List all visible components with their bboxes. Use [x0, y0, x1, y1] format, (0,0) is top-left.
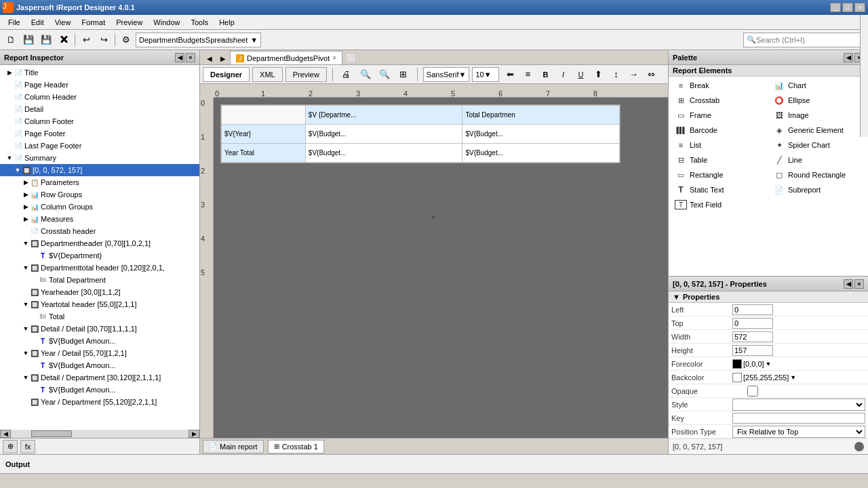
menu-view[interactable]: View: [50, 17, 77, 28]
tree-item-total-dept[interactable]: lbl Total Department: [0, 274, 199, 286]
prev-tab-btn[interactable]: ◀: [203, 52, 216, 64]
distribute-btn[interactable]: ⇔: [643, 66, 659, 83]
prop-value-style[interactable]: [732, 399, 865, 411]
prop-input-height[interactable]: [732, 345, 773, 356]
window-controls[interactable]: _ □ ×: [830, 3, 865, 12]
palette-scrollbar[interactable]: [860, 15, 868, 137]
new-button[interactable]: 🗋: [3, 32, 19, 48]
opaque-checkbox[interactable]: [732, 386, 773, 396]
palette-item-subreport[interactable]: 📄 Subreport: [768, 182, 867, 197]
tree-toggle-yt[interactable]: ▼: [22, 300, 30, 308]
tree-item-dept-total[interactable]: ▼ 🔲 Departmenttotal header [0,120][2,0,1…: [0, 262, 199, 274]
tree-item-budget2[interactable]: T $V{Budget Amoun...: [0, 359, 199, 371]
connection-dropdown[interactable]: DepartmentBudgetsSpreadsheet ▼: [136, 33, 261, 47]
close-button[interactable]: 🗙: [56, 32, 72, 48]
tree-item-parameters[interactable]: ▶ 📋 Parameters: [0, 176, 199, 188]
palette-item-ellipse[interactable]: ⭕ Ellipse: [768, 93, 867, 108]
palette-item-generic[interactable]: ◈ Generic Element: [768, 123, 867, 138]
tree-toggle-dd[interactable]: ▼: [22, 325, 30, 333]
tree-item-column-footer[interactable]: 📄 Column Footer: [0, 115, 199, 127]
save-button[interactable]: 💾: [20, 32, 37, 48]
scroll-right-btn[interactable]: ▶: [189, 430, 199, 438]
underline-btn[interactable]: U: [572, 66, 589, 83]
valign-mid-btn[interactable]: ↕: [608, 66, 624, 83]
forecolor-picker-btn[interactable]: ▼: [766, 361, 772, 367]
prop-value-forecolor[interactable]: [0,0,0] ▼: [732, 359, 865, 369]
prop-value-position-type[interactable]: Fix Relative to Top Float Fix Relative t…: [732, 426, 865, 438]
tree-item-det-dept[interactable]: ▼ 🔲 Detail / Department [30,120][2,1,1,1…: [0, 371, 199, 384]
prop-value-top[interactable]: [732, 318, 865, 329]
tree-item-page-header[interactable]: 📄 Page Header: [0, 79, 199, 91]
maximize-button[interactable]: □: [842, 3, 853, 12]
prop-value-height[interactable]: [732, 345, 865, 356]
scrollbar-thumb[interactable]: [31, 430, 72, 437]
scroll-left-btn[interactable]: ◀: [0, 430, 11, 438]
report-cell-budget3[interactable]: $V{Budget...: [305, 144, 462, 163]
prop-value-width[interactable]: [732, 331, 865, 342]
undo-button[interactable]: ↩: [78, 32, 94, 48]
tree-item-measures[interactable]: ▶ 📊 Measures: [0, 213, 199, 225]
tree-item-page-footer[interactable]: 📄 Page Footer: [0, 127, 199, 140]
report-cell-year[interactable]: $V{Year}: [222, 125, 306, 144]
report-cell-budget1[interactable]: $V{Budget...: [305, 125, 462, 144]
backcolor-swatch[interactable]: [732, 373, 742, 382]
report-cell-budget4[interactable]: $V{Budget...: [462, 144, 620, 163]
props-section-toggle[interactable]: ▼ Properties: [669, 291, 868, 303]
search-input[interactable]: [756, 36, 862, 44]
align-center-btn[interactable]: ≡: [519, 66, 536, 83]
tree-toggle-summary[interactable]: ▼: [5, 154, 14, 162]
tree-item-yearh[interactable]: 🔲 Yearheader [30,0][1,1,2]: [0, 286, 199, 298]
close-props-btn[interactable]: ×: [854, 279, 864, 289]
menu-help[interactable]: Help: [214, 17, 240, 28]
italic-btn[interactable]: I: [555, 66, 571, 83]
tree-item-column-header[interactable]: 📄 Column Header: [0, 91, 199, 103]
tab-close-btn[interactable]: ×: [332, 54, 336, 62]
save-all-button[interactable]: 💾: [38, 32, 54, 48]
tree-toggle-dpt[interactable]: ▼: [22, 373, 30, 382]
prop-value-left[interactable]: [732, 304, 865, 315]
prop-input-width[interactable]: [732, 331, 773, 342]
tree-item-detail[interactable]: 📄 Detail: [0, 103, 199, 115]
palette-item-static-text[interactable]: T Static Text: [670, 182, 768, 197]
tree-item-budget3[interactable]: T $V{Budget Amoun...: [0, 384, 199, 396]
palette-item-table[interactable]: ⊟ Table: [670, 152, 768, 167]
tree-toggle-cn[interactable]: ▼: [14, 166, 22, 174]
report-cell[interactable]: [222, 106, 306, 125]
tree-item-year-dept[interactable]: 🔲 Year / Department [55,120][2,2,1,1]: [0, 396, 199, 408]
tree-toggle-yd[interactable]: ▼: [22, 349, 30, 357]
tree-item-deph[interactable]: ▼ 🔲 Departmentheader [0,70][1,0,2,1]: [0, 237, 199, 249]
tree-item-column-groups[interactable]: ▶ 📊 Column Groups: [0, 201, 199, 213]
prop-value-opaque[interactable]: [732, 386, 865, 396]
search-box[interactable]: 🔍: [743, 33, 865, 47]
tab-preview[interactable]: Preview: [285, 67, 327, 82]
tree-item-crosstab-header[interactable]: 📄 Crosstab header: [0, 225, 199, 237]
expr-mode-btn[interactable]: ⊕: [3, 440, 18, 453]
build-button[interactable]: ⚙: [118, 32, 134, 48]
tree-item-year-detail[interactable]: ▼ 🔲 Year / Detail [55,70][1,2,1]: [0, 347, 199, 359]
redo-button[interactable]: ↪: [96, 32, 112, 48]
palette-item-round-rect[interactable]: ▢ Round Rectangle: [768, 167, 867, 182]
backcolor-picker-btn[interactable]: ▼: [790, 374, 796, 381]
minimize-button[interactable]: _: [830, 3, 841, 12]
tree-toggle-cg[interactable]: ▶: [22, 203, 30, 211]
prop-value-backcolor[interactable]: [255,255,255] ▼: [732, 373, 865, 382]
menu-edit[interactable]: Edit: [26, 17, 50, 28]
palette-item-image[interactable]: 🖼 Image: [768, 108, 867, 123]
prop-input-key[interactable]: [732, 413, 865, 424]
align-right-btn[interactable]: →: [625, 66, 642, 83]
horizontal-scrollbar[interactable]: ◀ ▶: [0, 430, 199, 438]
prop-input-left[interactable]: [732, 304, 773, 315]
palette-item-text-field[interactable]: T Text Field: [670, 197, 768, 212]
palette-item-chart[interactable]: 📊 Chart: [768, 78, 867, 93]
tree-item-crosstab-node[interactable]: ▼ 🔲 [0, 0, 572, 157]: [0, 164, 199, 176]
tree-item-title[interactable]: ▶ 📄 Title: [0, 66, 199, 79]
expr-fx-btn[interactable]: fx: [20, 440, 35, 453]
zoom-in-btn[interactable]: 🔍: [357, 66, 374, 83]
tree-item-dept-field[interactable]: T $V{Department}: [0, 249, 199, 262]
palette-item-barcode[interactable]: ▌▌▌ Barcode: [670, 123, 768, 138]
zoom-out-btn[interactable]: 🔍: [376, 66, 393, 83]
collapse-props-btn[interactable]: ◀: [844, 279, 853, 289]
tree-toggle-dt[interactable]: ▼: [22, 264, 30, 272]
report-cell-budget2[interactable]: $V{Budget...: [462, 125, 620, 144]
forecolor-swatch[interactable]: [732, 359, 742, 369]
